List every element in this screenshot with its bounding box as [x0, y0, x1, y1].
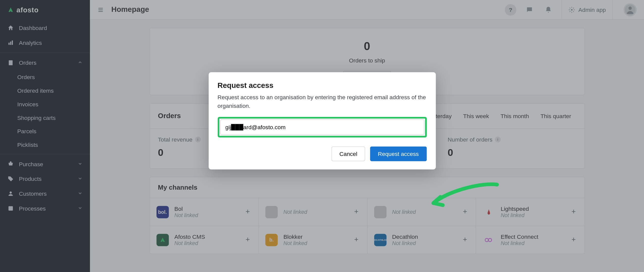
email-input-highlight — [218, 117, 427, 137]
email-input[interactable] — [220, 119, 424, 135]
modal-overlay: Request access Request access to an orga… — [0, 0, 644, 272]
modal-description: Request access to an organisation by ent… — [218, 93, 427, 110]
request-access-button[interactable]: Request access — [370, 147, 427, 161]
request-access-modal: Request access Request access to an orga… — [209, 72, 436, 169]
modal-title: Request access — [218, 81, 427, 90]
cancel-button[interactable]: Cancel — [332, 147, 365, 161]
annotation-arrow — [427, 181, 501, 213]
